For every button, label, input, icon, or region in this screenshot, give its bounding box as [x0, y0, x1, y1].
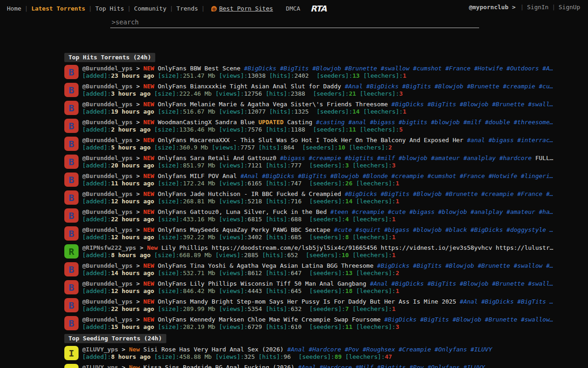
torrent-row: I @ILUVY_yps > New Sisi Rose Has Very Ha…: [64, 346, 588, 360]
added-label: [added]:: [82, 288, 111, 294]
search-input[interactable]: >search: [110, 18, 479, 28]
torrent-tags[interactable]: #anal #bigass #interrac…: [467, 137, 553, 144]
uploader-link[interactable]: @Burunddel_yps: [82, 262, 133, 269]
torrent-title[interactable]: OnlyFans Melanie Marie & Agatha Vega Sis…: [158, 101, 388, 108]
torrent-title[interactable]: OnlyFans Bianxxxkie Tight Asian Anal Slu…: [158, 83, 341, 90]
torrent-tags[interactable]: #bigass #creampie #bigtits #milf #blowjo…: [280, 155, 531, 161]
uploader-avatar[interactable]: I: [64, 346, 79, 360]
nav-item-community[interactable]: Community: [131, 5, 170, 12]
uploader-link[interactable]: @Burunddel_yps: [82, 172, 133, 179]
torrent-title-suffix[interactable]: FULL…: [535, 155, 553, 161]
torrent-title-cont[interactable]: Casting: [287, 119, 312, 126]
added-value: 8 hours ago: [111, 252, 151, 259]
avatar-letter: B: [68, 103, 74, 114]
uploader-avatar[interactable]: B: [64, 262, 79, 276]
uploader-link[interactable]: @ILUVY_yps: [82, 346, 118, 353]
torrent-tags[interactable]: #Anal #BigDicks #BigTits #Blowjob #Brune…: [370, 280, 553, 287]
uploader-avatar[interactable]: B: [64, 280, 79, 294]
uploader-link[interactable]: @Burunddel_yps: [82, 208, 133, 215]
torrent-tags[interactable]: #Anal #BigDicks #BigTits #Blowjob #Brune…: [345, 83, 553, 90]
torrent-tags[interactable]: #BigDicks #BigTits #Blowjob #Brunette #s…: [377, 262, 554, 269]
uploader-avatar[interactable]: B: [64, 226, 79, 241]
seeders-value: 11: [345, 323, 353, 330]
uploader-avatar[interactable]: I: [64, 364, 79, 368]
torrent-title[interactable]: Onlyfans Sara Retali And Gattouz0: [158, 155, 276, 161]
torrent-tags[interactable]: #Anal #BigDicks #BigTits …: [460, 298, 554, 305]
new-badge: NEW: [143, 190, 154, 197]
torrent-title[interactable]: OnlyFans Mandy Bright Step-mom Says Her …: [158, 298, 456, 305]
torrent-title[interactable]: OnlyFans Kennedy Marksen Chloe Mae Wife …: [158, 316, 380, 323]
uploader-link[interactable]: @Burunddel_yps: [82, 280, 133, 287]
torrent-title[interactable]: Lily Phillips https://doodstream.com/e/l…: [161, 244, 553, 251]
uploader-link[interactable]: @Burunddel_yps: [82, 119, 133, 126]
new-badge: New: [147, 244, 158, 251]
torrent-title[interactable]: OnlyFans Tina Yoshi & Agatha Vega Asian …: [158, 262, 373, 269]
leechers-value: 1: [403, 72, 407, 79]
torrent-title[interactable]: OnlyFans BBW Best Scene: [158, 65, 240, 72]
nav-item-trends[interactable]: Trends: [173, 5, 201, 12]
uploader-link[interactable]: @Burunddel_yps: [82, 298, 133, 305]
nav-item-top-hits[interactable]: Top Hits: [92, 5, 127, 12]
torrent-tags[interactable]: #casting #anal #bigass #bigtits #blowjob…: [316, 119, 554, 126]
torrent-title[interactable]: Onlyfans MILF POV Anal: [158, 172, 237, 179]
torrent-tags[interactable]: #Anal #BigDicks #BigTits #Blowjob #Blond…: [240, 172, 553, 179]
torrent-tags[interactable]: #BigDicks #BigTits #Blowjob #Brunette #c…: [345, 190, 553, 197]
torrent-meta: [added]:11 hours ago [size]:172.24 Mb [v…: [82, 180, 588, 187]
uploader-avatar[interactable]: B: [64, 316, 79, 330]
uploader-avatar[interactable]: B: [64, 119, 79, 133]
dmca-link[interactable]: DMCA: [286, 5, 300, 12]
torrent-title[interactable]: OnlyFans Jade Hutchison - IR BBC Fucked …: [158, 190, 341, 197]
nav-item-home[interactable]: Home: [4, 5, 24, 12]
leechers-value: 3: [399, 90, 403, 97]
avatar-letter: I: [68, 366, 74, 368]
torrent-tags[interactable]: #Anal #Hardcore #Milf #Bigtits #Pov #Onl…: [298, 364, 485, 368]
uploader-avatar[interactable]: B: [64, 172, 79, 187]
uploader-link[interactable]: @Burunddel_yps: [82, 190, 133, 197]
nav-item-latest-torrents[interactable]: Latest Torrents: [28, 5, 88, 12]
uploader-avatar[interactable]: B: [64, 298, 79, 312]
uploader-link[interactable]: @Burunddel_yps: [82, 316, 133, 323]
uploader-avatar[interactable]: B: [64, 83, 79, 97]
torrent-title[interactable]: Sisi Rose Has Very Hard Anal Sex (2026): [143, 346, 283, 353]
views-label: [views]:: [219, 323, 248, 330]
avatar-letter: I: [68, 348, 74, 359]
uploader-avatar[interactable]: B: [64, 101, 79, 115]
torrent-tags[interactable]: #teen #creampie #cute #bigass #blowjob #…: [330, 208, 553, 215]
hits-value: 645: [291, 288, 301, 294]
signin-link[interactable]: SignIn: [524, 4, 552, 11]
uploader-avatar[interactable]: R: [64, 244, 79, 259]
torrent-meta: [added]:8 hours ago [size]:668.89 Mb [vi…: [82, 252, 588, 259]
uploader-avatar[interactable]: B: [64, 155, 79, 169]
arrow-separator: >: [136, 172, 140, 179]
uploader-link[interactable]: @ILUVY_yps: [82, 364, 118, 368]
torrent-title[interactable]: Kissa Sins Roadside BG Anal Fucking (202…: [143, 364, 294, 368]
best-porn-sites-link[interactable]: Best Porn Sites: [219, 5, 273, 12]
uploader-avatar[interactable]: B: [64, 137, 79, 151]
torrent-title[interactable]: OnlyFans MacarenaXXX - This Slut Was So …: [158, 137, 463, 144]
torrent-tags[interactable]: #cute #squirt #bigass #blowjob #black #B…: [334, 226, 553, 233]
torrent-title[interactable]: WoodmanCastingX Sandra Blue: [158, 119, 254, 126]
uploader-link[interactable]: @Burunddel_yps: [82, 155, 133, 161]
torrent-tags[interactable]: #BigDicks #BigTits #Blowjob #Brunette #s…: [384, 316, 553, 323]
size-value: 851.97 Mb: [183, 162, 215, 169]
uploader-avatar[interactable]: B: [64, 190, 79, 205]
torrent-title[interactable]: OnlyFans Gattouz0, Luna Silver, Fuck in …: [158, 208, 327, 215]
torrent-title[interactable]: Onlyfans MaySeeds AquaZay Perky PAWG BBC…: [158, 226, 330, 233]
added-value: 19 hours ago: [111, 108, 154, 115]
uploader-link[interactable]: @Burunddel_yps: [82, 65, 133, 72]
site-brand-link[interactable]: @mypornclub >: [469, 4, 516, 11]
uploader-avatar[interactable]: B: [64, 208, 79, 223]
uploader-link[interactable]: @Burunddel_yps: [82, 101, 133, 108]
uploader-link[interactable]: @Burunddel_yps: [82, 83, 133, 90]
torrent-tags[interactable]: #Anal #Hardcore #Pov #Roughsex #Creampie…: [287, 346, 492, 353]
torrent-tags[interactable]: #BigDicks #BigTits #Blowjob #Brunette #s…: [391, 101, 553, 108]
hits-label: [hits]:: [266, 126, 291, 133]
uploader-link[interactable]: @RIPNsfw222_yps: [82, 244, 136, 251]
torrent-title[interactable]: OnlyFans Lily Phillips Wisconsin Tiff 50…: [158, 280, 366, 287]
uploader-link[interactable]: @Burunddel_yps: [82, 226, 133, 233]
uploader-avatar[interactable]: B: [64, 65, 79, 79]
torrent-tags[interactable]: #BigDicks #BigTits #Blowjob #Brunette #s…: [244, 65, 553, 72]
signup-link[interactable]: SignUp: [555, 4, 583, 11]
account-nav: @mypornclub > | SignIn | SignUp: [469, 4, 583, 11]
uploader-link[interactable]: @Burunddel_yps: [82, 137, 133, 144]
